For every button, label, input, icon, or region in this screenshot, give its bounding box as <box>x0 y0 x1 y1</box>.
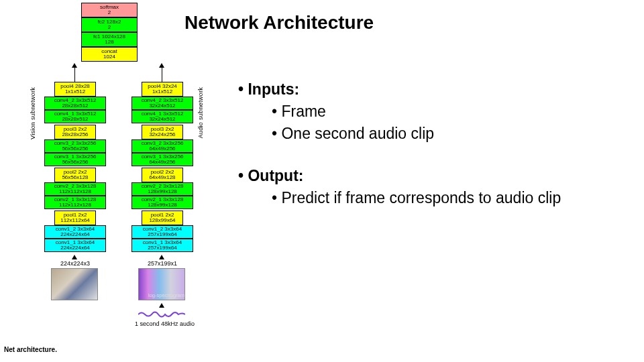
frame-thumbnail <box>51 268 98 300</box>
arrow-icon <box>72 255 77 259</box>
fc2-layer: fc2 128x2 2 <box>81 17 138 32</box>
spec-size-label: 257x199x1 <box>148 260 177 267</box>
vision-layer: conv2_2 3x3x128 112x112x128 <box>44 182 106 196</box>
audio-layer: conv1_2 3x3x64 257x199x64 <box>131 225 193 239</box>
slide: Network Architecture Inputs: Frame One s… <box>0 0 644 362</box>
vision-layer: conv2_1 3x3x128 112x112x128 <box>44 196 106 209</box>
audio-layer: pool3 2x2 32x24x256 <box>142 125 183 139</box>
audio-label: Audio subnetwork <box>197 87 204 138</box>
vision-layer: pool1 2x2 112x112x64 <box>54 210 96 225</box>
inputs-heading: Inputs: <box>238 79 614 100</box>
vision-layer: pool4 28x28 1x1x512 <box>54 82 96 97</box>
fc1-layer: fc1 1024x128 128 <box>81 32 138 47</box>
arrow-icon <box>159 303 164 308</box>
vision-layer: conv4_1 3x3x512 28x28x512 <box>44 110 106 123</box>
audio-layer: conv2_2 3x3x128 128x99x128 <box>131 182 193 196</box>
softmax-layer: softmax 2 <box>81 3 138 17</box>
net-caption: Net architecture. <box>4 346 57 353</box>
list-item: Predict if frame corresponds to audio cl… <box>272 188 614 208</box>
vision-layer: conv1_2 3x3x64 224x224x64 <box>44 225 106 239</box>
frame-size-label: 224x224x3 <box>60 260 90 267</box>
vision-layer: pool3 2x2 28x28x256 <box>54 125 96 139</box>
vision-layer: conv3_2 3x3x256 56x56x256 <box>44 139 106 153</box>
connector-line <box>162 67 162 82</box>
vision-layer: conv3_1 3x3x256 56x56x256 <box>44 153 106 166</box>
vision-label: Vision subnetwork <box>30 87 36 139</box>
vision-layer: conv1_1 3x3x64 224x224x64 <box>44 239 106 252</box>
vision-layer: pool2 2x2 56x56x128 <box>54 168 96 182</box>
vision-layer: conv4_2 3x3x512 28x28x512 <box>44 97 106 110</box>
concat-layer: concat 1024 <box>81 47 138 62</box>
audio-layer: conv3_1 3x3x256 64x49x256 <box>131 153 193 166</box>
audio-layer: pool4 32x24 1x1x512 <box>142 82 183 97</box>
list-item: One second audio clip <box>272 123 614 144</box>
audio-layer: pool1 2x2 128x99x64 <box>142 210 183 225</box>
audio-layer: conv4_1 3x3x512 32x24x512 <box>131 110 193 123</box>
audio-layer: conv2_1 3x3x128 128x99x128 <box>131 196 193 209</box>
audio-layer: conv3_2 3x3x256 64x49x256 <box>131 139 193 153</box>
page-title: Network Architecture <box>184 12 374 34</box>
audio-layer: conv4_2 3x3x512 32x24x512 <box>131 97 193 110</box>
arrow-icon <box>159 255 164 259</box>
waveform-icon <box>138 310 185 319</box>
audio-layer: pool2 2x2 64x49x128 <box>142 168 183 182</box>
architecture-diagram: softmax 2 fc2 128x2 2 fc1 1024x128 128 c… <box>4 0 212 355</box>
list-item: Frame <box>272 101 614 122</box>
output-heading: Output: <box>238 166 614 186</box>
audio-input-label: 1 second 48kHz audio <box>135 320 195 327</box>
connector-line <box>74 67 75 82</box>
bullet-list: Inputs: Frame One second audio clip Outp… <box>238 79 614 210</box>
spec-label: log-spectrogram <box>148 292 184 298</box>
audio-layer: conv1_1 3x3x64 257x199x64 <box>131 239 193 252</box>
